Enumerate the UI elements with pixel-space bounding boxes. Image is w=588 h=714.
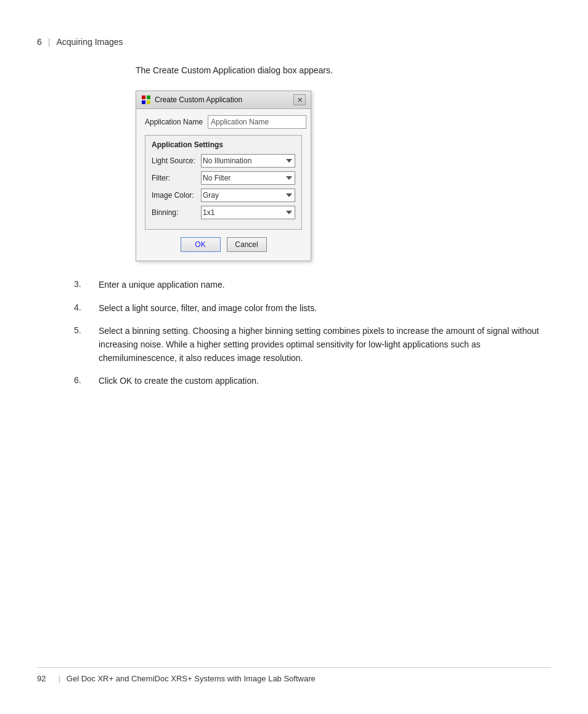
image-color-row: Image Color: Gray: [152, 189, 295, 202]
step-3-content: Enter a unique application name.: [99, 278, 225, 292]
step-4-number: 4.: [74, 302, 99, 312]
settings-group-title: Application Settings: [152, 140, 295, 149]
dialog-title: Create Custom Application: [155, 95, 242, 104]
dialog-body: Application Name Application Settings Li…: [136, 109, 311, 261]
image-color-label: Image Color:: [152, 191, 201, 200]
step-4-content: Select a light source, filter, and image…: [99, 302, 317, 315]
header-page-number: 6: [37, 37, 42, 47]
binning-select[interactable]: 1x1: [201, 206, 295, 219]
svg-rect-2: [142, 100, 145, 104]
light-source-row: Light Source: No Illumination: [152, 154, 295, 168]
svg-rect-1: [147, 95, 150, 99]
step-5: 5. Select a binning setting. Choosing a …: [74, 325, 551, 365]
dialog-app-icon: [141, 95, 151, 105]
header-chapter-title: Acquiring Images: [56, 37, 123, 47]
footer-title: Gel Doc XR+ and ChemiDoc XRS+ Systems wi…: [67, 674, 316, 683]
svg-rect-0: [142, 95, 145, 99]
app-name-label: Application Name: [145, 118, 203, 126]
settings-group: Application Settings Light Source: No Il…: [145, 135, 302, 230]
dialog-screenshot: Create Custom Application ✕ Application …: [136, 91, 551, 261]
page-header: 6 | Acquiring Images: [37, 37, 551, 47]
header-separator: |: [48, 37, 51, 47]
dialog-titlebar: Create Custom Application ✕: [136, 91, 311, 109]
step-4: 4. Select a light source, filter, and im…: [74, 302, 551, 315]
dialog-titlebar-left: Create Custom Application: [141, 95, 242, 105]
steps-list: 3. Enter a unique application name. 4. S…: [74, 278, 551, 388]
dialog-close-button[interactable]: ✕: [293, 94, 306, 105]
binning-row: Binning: 1x1: [152, 206, 295, 219]
app-name-input[interactable]: [208, 115, 306, 129]
footer-separator: |: [58, 674, 60, 683]
step-6-content: Click OK to create the custom applicatio…: [99, 375, 259, 388]
dialog-box: Create Custom Application ✕ Application …: [136, 91, 311, 261]
dialog-buttons: OK Cancel: [145, 237, 302, 252]
light-source-select[interactable]: No Illumination: [201, 154, 295, 168]
step-6: 6. Click OK to create the custom applica…: [74, 375, 551, 388]
filter-row: Filter: No Filter: [152, 171, 295, 185]
step-6-number: 6.: [74, 375, 99, 385]
step-3: 3. Enter a unique application name.: [74, 278, 551, 292]
filter-select[interactable]: No Filter: [201, 171, 295, 185]
svg-rect-3: [147, 100, 150, 104]
step-5-content: Select a binning setting. Choosing a hig…: [99, 325, 551, 365]
image-color-select[interactable]: Gray: [201, 189, 295, 202]
light-source-label: Light Source:: [152, 156, 201, 165]
step-3-number: 3.: [74, 278, 99, 289]
binning-label: Binning:: [152, 208, 201, 217]
cancel-button[interactable]: Cancel: [227, 237, 267, 252]
filter-label: Filter:: [152, 174, 201, 182]
step-5-number: 5.: [74, 325, 99, 335]
intro-text: The Create Custom Application dialog box…: [136, 64, 551, 77]
footer-page-number: 92: [37, 674, 46, 683]
app-name-row: Application Name: [145, 115, 302, 129]
ok-button[interactable]: OK: [181, 237, 221, 252]
page-footer: 92 | Gel Doc XR+ and ChemiDoc XRS+ Syste…: [37, 667, 551, 683]
